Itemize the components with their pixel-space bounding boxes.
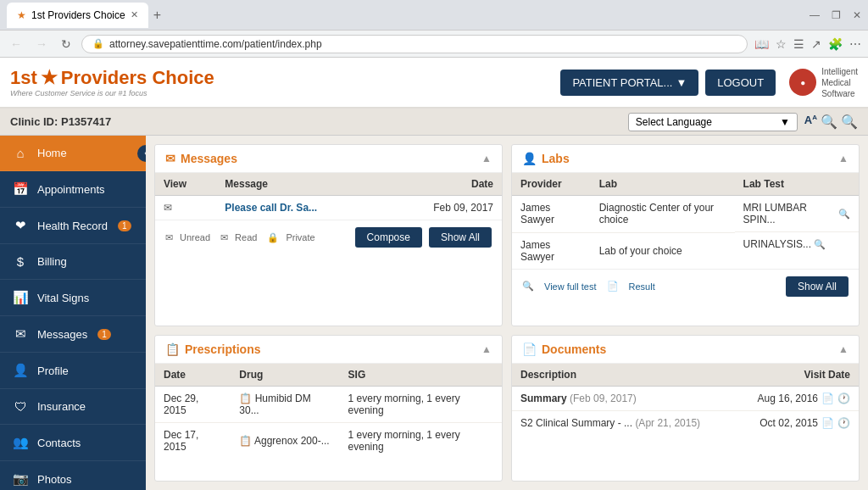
search-icon-1[interactable]: 🔍: [821, 114, 837, 130]
read-label: Read: [235, 232, 257, 242]
labs-collapse-icon[interactable]: ▲: [838, 153, 849, 164]
sidebar-messages-label: Messages: [37, 328, 87, 341]
lab-test-1[interactable]: MRI LUMBAR SPIN... 🔍: [735, 196, 859, 232]
rx-drug-icon-1: 📋: [239, 393, 252, 404]
vital-signs-icon: 📊: [12, 290, 29, 305]
tab-title: 1st Providers Choice: [31, 9, 125, 21]
prescriptions-collapse-icon[interactable]: ▲: [481, 343, 492, 355]
browser-chrome: ★ 1st Providers Choice ✕ + — ❐ ✕: [0, 0, 868, 31]
lab-search-icon-1[interactable]: 🔍: [838, 209, 850, 220]
lab-search-icon-2[interactable]: 🔍: [814, 239, 826, 250]
labs-card-title: 👤 Labs: [522, 152, 570, 165]
documents-collapse-icon[interactable]: ▲: [838, 343, 849, 355]
view-full-test-link[interactable]: View full test: [544, 281, 597, 292]
result-link[interactable]: Result: [629, 281, 655, 292]
patient-portal-label: PATIENT PORTAL...: [572, 76, 672, 89]
new-tab-button[interactable]: +: [153, 8, 161, 23]
maximize-icon[interactable]: ❐: [832, 9, 841, 21]
sidebar-item-vital-signs[interactable]: 📊 Vital Signs: [0, 280, 146, 316]
documents-card-title: 📄 Documents: [522, 342, 606, 356]
language-select[interactable]: Select Language ▼: [628, 113, 798, 131]
header-icons: AA 🔍 🔍: [804, 114, 858, 130]
refresh-button[interactable]: ↻: [58, 36, 75, 53]
messages-collapse-icon[interactable]: ▲: [481, 153, 492, 164]
appointments-icon: 📅: [12, 181, 29, 197]
menu-icon[interactable]: ☰: [793, 37, 804, 51]
prescriptions-title-text: Prescriptions: [185, 342, 260, 356]
logo-1st: 1st: [10, 67, 37, 89]
view-full-test-icon: 🔍: [522, 281, 534, 292]
table-row: James Sawyer Diagnostic Center of your c…: [512, 196, 859, 233]
sidebar-collapse-button[interactable]: ‹: [137, 145, 146, 162]
documents-card-body: Description Visit Date Summary (Feb 09, …: [512, 364, 859, 436]
tab-close-icon[interactable]: ✕: [131, 9, 138, 20]
share-icon[interactable]: ↗: [811, 37, 821, 51]
more-icon[interactable]: ⋯: [849, 37, 861, 51]
message-link[interactable]: Please call Dr. Sa...: [216, 196, 384, 220]
address-bar[interactable]: 🔒 attorney.savepatienttime.com/patient/i…: [81, 35, 748, 53]
back-button[interactable]: ←: [7, 36, 25, 53]
messages-col-date: Date: [384, 173, 502, 196]
patient-portal-button[interactable]: PATIENT PORTAL... ▼: [560, 70, 698, 96]
minimize-icon[interactable]: —: [810, 9, 820, 21]
header-right: PATIENT PORTAL... ▼ LOGOUT ● Intelligent…: [560, 66, 858, 99]
sidebar-item-health-record[interactable]: ❤ Health Record 1: [0, 208, 146, 244]
labs-show-all-button[interactable]: Show All: [786, 276, 849, 297]
sidebar-item-billing[interactable]: $ Billing: [0, 244, 146, 280]
sidebar-item-insurance[interactable]: 🛡 Insurance: [0, 389, 146, 425]
sidebar-item-contacts[interactable]: 👥 Contacts: [0, 425, 146, 461]
messages-title-icon: ✉: [165, 152, 175, 165]
result-icon: 📄: [607, 281, 619, 292]
doc-col-description: Description: [512, 364, 735, 387]
lab-provider-1: James Sawyer: [512, 196, 591, 233]
doc-clock-icon-2[interactable]: 🕐: [837, 417, 850, 429]
sidebar: ⌂ Home ‹ 📅 Appointments ❤ Health Record …: [0, 136, 146, 490]
star-icon[interactable]: ☆: [776, 37, 787, 51]
chevron-down-icon: ▼: [676, 76, 687, 89]
doc-clock-icon-1[interactable]: 🕐: [837, 393, 850, 404]
prescriptions-card-body: Date Drug SIG Dec 29, 2015 📋 Humibid DM …: [155, 364, 502, 459]
doc-file-icon-1[interactable]: 📄: [821, 393, 834, 404]
logout-button[interactable]: LOGOUT: [705, 70, 776, 96]
messages-card: ✉ Messages ▲ View Message Date: [154, 144, 503, 326]
sidebar-profile-label: Profile: [37, 365, 69, 377]
labs-card-footer: 🔍 View full test 📄 Result Show All: [512, 269, 859, 303]
sidebar-item-messages[interactable]: ✉ Messages 1: [0, 316, 146, 353]
contacts-icon: 👥: [12, 435, 29, 450]
sidebar-item-appointments[interactable]: 📅 Appointments: [0, 171, 146, 208]
forward-button[interactable]: →: [32, 36, 51, 53]
compose-button[interactable]: Compose: [355, 227, 422, 248]
messages-show-all-button[interactable]: Show All: [429, 227, 492, 248]
table-row: Dec 17, 2015 📋 Aggrenox 200-... 1 every …: [155, 422, 502, 459]
sidebar-item-home[interactable]: ⌂ Home ‹: [0, 136, 146, 171]
messages-card-body: View Message Date ✉ Please call Dr. Sa..…: [155, 173, 502, 220]
photos-icon: 📷: [12, 471, 29, 487]
text-size-icon[interactable]: AA: [804, 114, 817, 130]
search-icon-2[interactable]: 🔍: [841, 114, 858, 130]
messages-col-view: View: [155, 173, 216, 196]
rx-drug-2[interactable]: 📋 Aggrenox 200-...: [231, 422, 339, 459]
content-area: ✉ Messages ▲ View Message Date: [146, 136, 868, 490]
logo-area: 1st ★ Providers Choice Where Customer Se…: [10, 67, 214, 97]
close-window-icon[interactable]: ✕: [853, 9, 861, 21]
browser-tab[interactable]: ★ 1st Providers Choice ✕: [7, 3, 148, 28]
ims-icon: ●: [789, 69, 816, 96]
ims-logo: ● Intelligent Medical Software: [789, 66, 858, 99]
clinic-id-value: P1357417: [61, 115, 111, 128]
rx-drug-1[interactable]: 📋 Humibid DM 30...: [231, 386, 339, 422]
extensions-icon[interactable]: 🧩: [828, 37, 843, 51]
reader-icon[interactable]: 📖: [754, 37, 769, 51]
labs-table: Provider Lab Lab Test James Sawyer Diagn…: [512, 173, 859, 269]
ims-line1: Intelligent: [821, 66, 858, 77]
rx-drug-icon-2: 📋: [239, 435, 252, 447]
lab-test-2[interactable]: URINALYSIS... 🔍: [735, 232, 859, 256]
sidebar-item-photos[interactable]: 📷 Photos: [0, 461, 146, 490]
sidebar-item-profile[interactable]: 👤 Profile: [0, 353, 146, 389]
logo-subtitle: Where Customer Service is our #1 focus: [10, 89, 214, 97]
private-label: Private: [286, 232, 314, 242]
messages-card-footer: ✉ Unread ✉ Read 🔒 Private Compose Show A…: [155, 220, 502, 254]
messages-card-header: ✉ Messages ▲: [155, 145, 502, 173]
messages-title-text: Messages: [181, 152, 237, 165]
home-icon: ⌂: [12, 146, 29, 160]
doc-file-icon-2[interactable]: 📄: [821, 417, 834, 429]
